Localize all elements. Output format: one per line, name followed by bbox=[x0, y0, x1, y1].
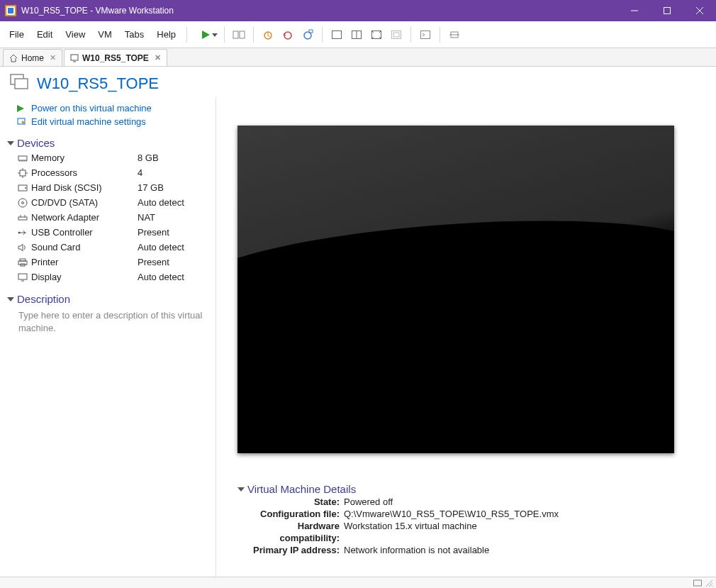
maximize-button[interactable] bbox=[651, 0, 683, 21]
cd-icon bbox=[17, 198, 28, 208]
description-title: Description bbox=[17, 293, 70, 305]
tab-label: Home bbox=[21, 53, 44, 63]
minimize-button[interactable] bbox=[618, 0, 651, 21]
svg-rect-18 bbox=[392, 30, 401, 38]
svg-marker-53 bbox=[7, 297, 14, 301]
vm-header: W10_RS5_TOPE bbox=[0, 67, 716, 97]
menu-file[interactable]: File bbox=[3, 21, 30, 48]
console-view-button[interactable] bbox=[416, 26, 435, 44]
svg-point-43 bbox=[22, 201, 24, 204]
cpu-icon bbox=[17, 168, 28, 178]
printer-icon bbox=[17, 258, 28, 267]
chevron-down-icon bbox=[7, 140, 14, 147]
device-row[interactable]: USB ControllerPresent bbox=[17, 225, 208, 240]
power-on-button[interactable] bbox=[192, 26, 219, 44]
toolbar-separator bbox=[253, 27, 254, 43]
snapshot-manager-button[interactable] bbox=[298, 26, 317, 44]
description-placeholder[interactable]: Type here to enter a description of this… bbox=[0, 306, 216, 334]
device-row[interactable]: Network AdapterNAT bbox=[17, 210, 208, 225]
device-row[interactable]: Hard Disk (SCSI)17 GB bbox=[17, 180, 208, 195]
close-button[interactable] bbox=[683, 0, 716, 21]
vm-monitor-icon bbox=[10, 74, 30, 93]
tab-close-icon[interactable]: ✕ bbox=[50, 53, 56, 62]
toolbar-separator bbox=[224, 27, 225, 43]
menu-help[interactable]: Help bbox=[150, 21, 182, 48]
snapshot-revert-button[interactable] bbox=[279, 26, 297, 44]
detail-value: Network information is not available bbox=[344, 545, 695, 557]
edit-settings-link[interactable]: Edit virtual machine settings bbox=[0, 115, 216, 128]
view-single-button[interactable] bbox=[328, 26, 346, 44]
device-value: Auto detect bbox=[138, 242, 184, 253]
svg-marker-27 bbox=[17, 105, 24, 112]
toolbar-separator bbox=[186, 27, 187, 43]
detail-value: Powered off bbox=[344, 497, 695, 509]
tab-vm[interactable]: W10_RS5_TOPE ✕ bbox=[64, 49, 167, 66]
hdd-icon bbox=[17, 184, 28, 192]
edit-icon bbox=[17, 118, 27, 126]
device-value: Present bbox=[138, 227, 169, 238]
svg-line-58 bbox=[712, 586, 712, 587]
device-row[interactable]: DisplayAuto detect bbox=[17, 270, 208, 284]
monitor-icon bbox=[70, 54, 79, 62]
net-icon bbox=[17, 213, 28, 222]
vm-details-section: Virtual Machine Details State:Powered of… bbox=[237, 475, 695, 556]
svg-point-42 bbox=[18, 199, 27, 207]
menu-edit[interactable]: Edit bbox=[30, 21, 59, 48]
power-on-link[interactable]: Power on this virtual machine bbox=[0, 101, 216, 115]
detail-label: Configuration file: bbox=[237, 509, 344, 521]
tab-label: W10_RS5_TOPE bbox=[82, 53, 149, 63]
svg-point-47 bbox=[18, 231, 21, 233]
svg-rect-23 bbox=[71, 55, 78, 60]
devices-title: Devices bbox=[17, 137, 55, 149]
svg-marker-7 bbox=[212, 33, 218, 37]
svg-point-41 bbox=[25, 187, 26, 189]
stretch-guest-button[interactable] bbox=[445, 26, 464, 44]
view-multiple-button[interactable] bbox=[347, 26, 366, 44]
device-name: Network Adapter bbox=[31, 212, 138, 223]
svg-rect-55 bbox=[694, 580, 702, 586]
fullscreen-button[interactable] bbox=[367, 26, 386, 44]
description-section-header[interactable]: Description bbox=[0, 284, 216, 306]
chevron-down-icon bbox=[237, 486, 245, 493]
device-name: Display bbox=[31, 272, 138, 282]
detail-label: Primary IP address: bbox=[237, 545, 344, 557]
unity-button[interactable] bbox=[387, 26, 405, 44]
messages-icon[interactable] bbox=[693, 579, 702, 587]
vm-screen-preview bbox=[237, 126, 674, 453]
menu-vm[interactable]: VM bbox=[91, 21, 118, 48]
device-row[interactable]: Memory8 GB bbox=[17, 150, 208, 165]
device-row[interactable]: Sound CardAuto detect bbox=[17, 240, 208, 255]
toolbar-separator bbox=[410, 27, 411, 43]
right-pane: Virtual Machine Details State:Powered of… bbox=[216, 97, 716, 577]
device-name: USB Controller bbox=[31, 227, 138, 238]
devices-section-header[interactable]: Devices bbox=[0, 128, 216, 150]
svg-rect-51 bbox=[18, 274, 27, 279]
menu-view[interactable]: View bbox=[59, 21, 91, 48]
home-icon bbox=[9, 54, 18, 62]
tab-close-icon[interactable]: ✕ bbox=[155, 53, 161, 62]
snapshot-take-button[interactable] bbox=[259, 26, 277, 44]
vm-details-header[interactable]: Virtual Machine Details bbox=[237, 475, 695, 497]
menubar: File Edit View VM Tabs Help bbox=[0, 21, 716, 48]
vm-detail-row: State:Powered off bbox=[237, 497, 695, 509]
usb-icon bbox=[17, 228, 28, 237]
device-row[interactable]: PrinterPresent bbox=[17, 255, 208, 270]
svg-rect-44 bbox=[18, 217, 27, 220]
svg-rect-9 bbox=[240, 31, 245, 38]
vm-detail-row: Configuration file:Q:\Vmware\W10_RS5_TOP… bbox=[237, 509, 695, 521]
left-pane: Power on this virtual machine Edit virtu… bbox=[0, 97, 216, 577]
device-name: Memory bbox=[31, 152, 138, 163]
device-name: Processors bbox=[31, 167, 138, 178]
svg-rect-14 bbox=[332, 30, 342, 38]
svg-rect-26 bbox=[15, 79, 28, 89]
vm-detail-row: Primary IP address:Network information i… bbox=[237, 545, 695, 557]
tab-home[interactable]: Home ✕ bbox=[3, 49, 62, 66]
device-row[interactable]: Processors4 bbox=[17, 165, 208, 180]
vm-details-title: Virtual Machine Details bbox=[247, 483, 356, 495]
menu-tabs[interactable]: Tabs bbox=[118, 21, 150, 48]
resize-grip-icon[interactable] bbox=[705, 579, 713, 587]
send-ctrl-alt-del-button[interactable] bbox=[230, 26, 248, 44]
device-row[interactable]: CD/DVD (SATA)Auto detect bbox=[17, 195, 208, 210]
svg-rect-20 bbox=[421, 30, 430, 38]
statusbar bbox=[0, 577, 716, 588]
